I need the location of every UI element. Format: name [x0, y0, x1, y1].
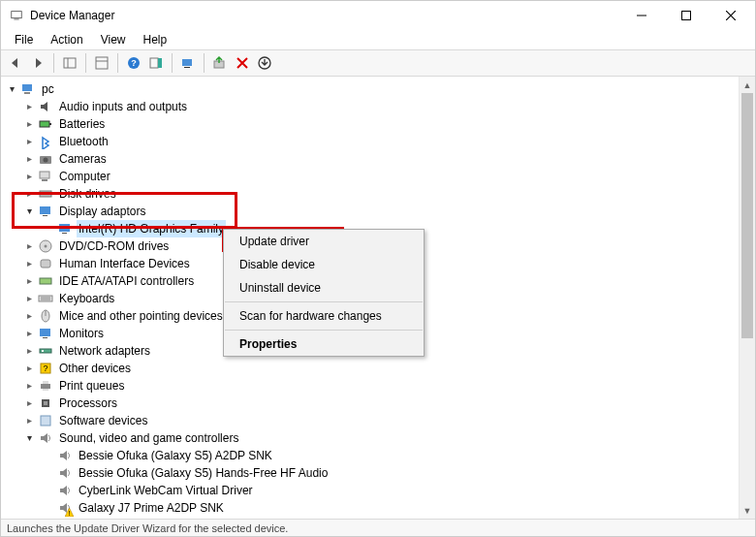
expand-chevron-icon[interactable] [22, 170, 36, 183]
tree-node[interactable]: Computer [1, 168, 739, 185]
menu-view[interactable]: View [93, 31, 134, 48]
tree-node[interactable]: Sound, video and game controllers [1, 429, 739, 447]
expand-chevron-icon[interactable] [22, 152, 36, 166]
tree-node[interactable]: ?Other devices [1, 360, 739, 377]
vertical-scrollbar[interactable]: ▲ ▼ [739, 77, 755, 519]
expand-chevron-icon[interactable] [22, 309, 36, 323]
expand-chevron-icon[interactable] [22, 362, 36, 375]
tree-node-label: Monitors [57, 325, 106, 342]
svg-rect-24 [40, 172, 49, 178]
expand-chevron-icon[interactable] [22, 344, 36, 358]
expand-chevron-icon[interactable] [22, 414, 36, 427]
tree-node[interactable]: Batteries [1, 115, 739, 133]
svg-text:?: ? [43, 363, 47, 373]
back-button[interactable] [5, 52, 26, 74]
expand-chevron-icon[interactable] [22, 396, 36, 410]
update-driver-button[interactable] [209, 52, 231, 74]
monitor-icon [38, 204, 53, 219]
app-icon [9, 8, 24, 23]
sound-icon [57, 448, 73, 463]
tree-node-label: Display adaptors [57, 203, 147, 220]
scroll-track[interactable] [740, 93, 755, 502]
scan-hardware-button[interactable] [177, 52, 199, 74]
tree-node[interactable]: Bessie Ofuka (Galaxy S5) Hands-Free HF A… [1, 464, 739, 482]
ctx-scan-hardware[interactable]: Scan for hardware changes [224, 304, 424, 328]
keyboard-icon [38, 291, 53, 306]
properties-button[interactable] [91, 52, 112, 74]
tree-node-label: Print queues [57, 377, 126, 395]
tree-node-label: IDE ATA/ATAPI controllers [57, 272, 196, 290]
tree-node-label: Bessie Ofuka (Galaxy S5) Hands-Free HF A… [77, 464, 330, 482]
mouse-icon [38, 308, 53, 324]
tree-node-label: CyberLink WebCam Virtual Driver [77, 482, 255, 499]
svg-rect-42 [43, 337, 47, 338]
expand-chevron-icon[interactable] [22, 135, 36, 148]
expand-chevron-icon[interactable] [22, 431, 36, 445]
tree-node-label: Processors [57, 395, 119, 412]
expand-chevron-icon[interactable] [22, 327, 36, 340]
expand-chevron-icon[interactable] [22, 257, 36, 270]
maximize-button[interactable] [664, 1, 709, 30]
cpu-icon [38, 395, 53, 411]
tree-node[interactable]: Cameras [1, 150, 739, 168]
ctx-uninstall-device[interactable]: Uninstall device [224, 276, 424, 300]
ctx-separator [225, 330, 423, 331]
tree-node[interactable]: Bessie Ofuka (Galaxy S5) A2DP SNK [1, 447, 739, 464]
close-button[interactable] [709, 1, 753, 30]
action-button[interactable] [145, 52, 167, 74]
expand-chevron-icon[interactable] [22, 205, 36, 218]
ctx-disable-device[interactable]: Disable device [224, 253, 424, 276]
svg-rect-29 [43, 215, 47, 216]
window-title: Device Manager [30, 9, 619, 22]
minimize-button[interactable] [619, 1, 664, 30]
tree-node-label: Bessie Ofuka (Galaxy S5) A2DP SNK [77, 447, 274, 464]
tree-node[interactable]: pc [1, 80, 739, 98]
menu-help[interactable]: Help [136, 31, 175, 48]
tree-node[interactable]: Print queues [1, 377, 739, 395]
tree-node[interactable]: !Galaxy J7 Prime Hands-Free HF Audio [1, 517, 739, 519]
expand-chevron-icon[interactable] [5, 82, 18, 96]
tree-node[interactable]: Audio inputs and outputs [1, 98, 739, 115]
expand-chevron-icon[interactable] [22, 292, 36, 305]
forward-button[interactable] [27, 52, 48, 74]
svg-rect-25 [42, 179, 47, 181]
svg-rect-20 [40, 121, 49, 127]
svg-rect-0 [12, 12, 22, 18]
tree-node[interactable]: !Galaxy J7 Prime A2DP SNK [1, 499, 739, 517]
expand-chevron-icon[interactable] [22, 100, 36, 113]
ctx-properties[interactable]: Properties [224, 332, 424, 356]
scroll-down-arrow[interactable]: ▼ [740, 502, 755, 519]
svg-rect-14 [182, 59, 192, 66]
expand-chevron-icon[interactable] [22, 379, 36, 393]
svg-point-27 [48, 193, 50, 195]
menu-file[interactable]: File [7, 31, 41, 48]
svg-rect-35 [40, 278, 51, 284]
svg-rect-48 [43, 381, 48, 384]
window-controls [619, 1, 753, 30]
network-icon [38, 343, 53, 359]
tree-node-label: DVD/CD-ROM drives [57, 237, 171, 255]
disable-device-button[interactable] [232, 52, 253, 74]
expand-chevron-icon[interactable] [22, 239, 36, 253]
uninstall-device-button[interactable] [254, 52, 275, 74]
expand-chevron-icon[interactable] [22, 117, 36, 131]
tree-node[interactable]: CyberLink WebCam Virtual Driver [1, 482, 739, 499]
svg-rect-41 [40, 329, 50, 336]
titlebar: Device Manager [1, 1, 755, 30]
scroll-up-arrow[interactable]: ▲ [740, 77, 755, 93]
tree-node-label: Keyboards [57, 290, 116, 307]
svg-point-23 [44, 158, 48, 163]
tree-node[interactable]: Processors [1, 395, 739, 412]
scroll-thumb[interactable] [741, 93, 753, 338]
tree-node[interactable]: Software devices [1, 412, 739, 429]
show-hide-console-tree-button[interactable] [59, 52, 80, 74]
tree-node[interactable]: Display adaptors [1, 203, 739, 220]
expand-chevron-icon[interactable] [22, 187, 36, 201]
menu-action[interactable]: Action [43, 31, 90, 48]
help-button[interactable]: ? [123, 52, 144, 74]
tree-node[interactable]: Disk drives [1, 185, 739, 203]
expand-chevron-icon[interactable] [22, 274, 36, 288]
tree-node[interactable]: Bluetooth [1, 133, 739, 150]
ctx-update-driver[interactable]: Update driver [224, 230, 424, 253]
svg-text:?: ? [131, 58, 137, 68]
